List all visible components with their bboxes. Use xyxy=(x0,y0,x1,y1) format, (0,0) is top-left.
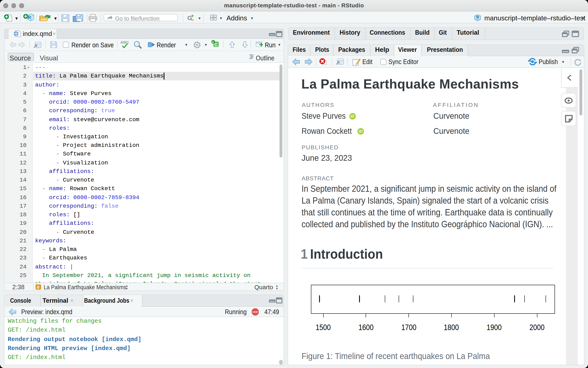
svg-text:STOP: STOP xyxy=(252,311,258,313)
svg-text:R: R xyxy=(28,15,31,20)
svg-text:R: R xyxy=(476,15,479,19)
